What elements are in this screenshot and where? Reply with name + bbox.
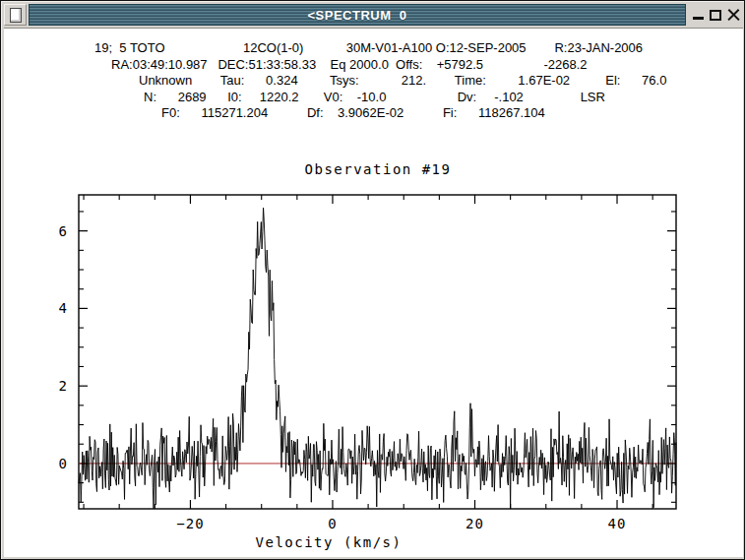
window-controls (686, 4, 741, 26)
minimize-icon (693, 17, 704, 20)
minimize-button[interactable] (690, 6, 706, 24)
title-bar[interactable]: <SPECTRUM 0 (4, 4, 741, 26)
header-line-calibration: Unknown Tau: 0.324 Tsys: 212. Time: 1.67… (139, 74, 666, 88)
maximize-icon (710, 10, 721, 21)
close-button[interactable] (725, 6, 741, 24)
spectrum-window: <SPECTRUM 0 19; 5 TOTO 12CO(1-0) 30M-V01… (0, 0, 745, 560)
svg-text:4: 4 (59, 300, 67, 316)
svg-text:−20: −20 (176, 516, 204, 531)
close-icon (727, 9, 740, 22)
svg-text:2: 2 (59, 378, 67, 394)
header-line-scan: 19; 5 TOTO 12CO(1-0) 30M-V01-A100 O:12-S… (94, 41, 643, 55)
title-bar-strip[interactable]: <SPECTRUM 0 (29, 4, 686, 26)
window-menu-button[interactable] (4, 4, 27, 26)
svg-text:0: 0 (59, 456, 67, 471)
header-line-frequencies: F0: 115271.204 Df: 3.9062E-02 Fi: 118267… (161, 106, 545, 120)
window-title: <SPECTRUM 0 (308, 8, 407, 23)
x-axis-label: Velocity (km/s) (256, 534, 403, 550)
header-line-channels: N: 2689 I0: 1220.2 V0: -10.0 Dv: -.102 L… (144, 91, 605, 104)
plot-title: Observation #19 (305, 161, 452, 177)
svg-text:20: 20 (466, 516, 484, 531)
svg-text:40: 40 (608, 516, 627, 531)
svg-text:6: 6 (59, 223, 67, 239)
document-icon (10, 8, 22, 23)
svg-text:0: 0 (328, 516, 337, 531)
header-line-coords: RA:03:49:10.987 DEC:51:33:58.33 Eq 2000.… (111, 58, 588, 72)
maximize-button[interactable] (708, 6, 723, 24)
client-area: 19; 5 TOTO 12CO(1-0) 30M-V01-A100 O:12-S… (4, 28, 743, 557)
